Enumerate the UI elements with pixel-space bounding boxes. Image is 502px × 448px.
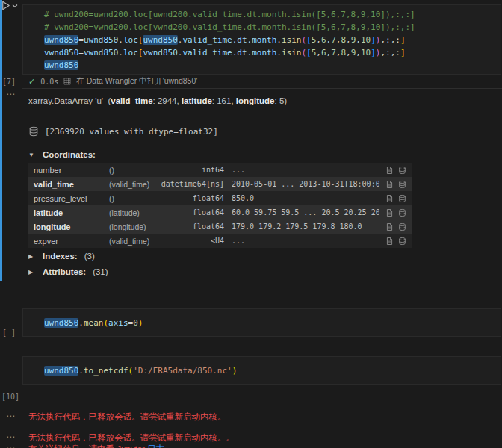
coord-actions[interactable] [379,166,412,175]
coord-actions[interactable] [379,223,412,231]
database-icon[interactable] [398,237,406,246]
table-row: longitude (longitude) float64 179.0 179.… [28,220,412,234]
database-icon[interactable] [398,166,406,175]
code-line: # uwnd200=uwnd200.loc[uwnd200.valid_time… [44,8,501,21]
coord-dtype: int64 [160,166,224,174]
coord-values: 60.0 59.75 59.5 ... 20.5 20.25 20.0 [224,208,379,217]
attributes-label: Attributes: [43,267,86,276]
coord-actions[interactable] [379,180,412,189]
table-row: expver (valid_time) <U4 ... [28,234,412,248]
error-message-2: 无法执行代码，已释放会话。请尝试重新启动内核。。 [28,432,235,444]
coordinates-label: Coordinates: [43,150,96,159]
coord-dims: (longitude) [109,223,160,231]
file-text-icon[interactable] [385,180,394,189]
coord-dtype: float64 [160,223,224,231]
xarray-values-line: [2369920 values with dtype=float32] [28,126,218,137]
coord-actions[interactable] [379,194,412,203]
table-row: number () int64 ... [28,163,412,177]
values-preview: [2369920 values with dtype=float32] [45,127,218,137]
triangle-down-icon[interactable]: ▼ [28,152,36,158]
coord-name: number [28,166,109,175]
output-overflow-icon[interactable]: ⋯ [6,433,15,441]
chevron-down-icon[interactable] [12,0,18,9]
coord-actions[interactable] [379,208,412,217]
code-cell-2[interactable]: uwnd850.mean(axis=0) [22,308,501,337]
coord-dims: (valid_time) [109,180,160,189]
cell-status-bar: ✓ 0.0s 在 Data Wrangler 中打开'uwnd850' [22,75,502,89]
database-icon[interactable] [398,194,406,203]
table-row: valid_time (valid_time) datetime64[ns] 2… [28,177,412,191]
database-icon[interactable] [398,208,406,217]
data-wrangler-icon [63,78,71,85]
coord-dtype: float64 [160,208,224,217]
execution-count-2: [ ] [2,329,16,337]
database-icon[interactable] [398,180,406,189]
code-line: # vwnd200=vwnd200.loc[vwnd200.valid_time… [44,21,501,34]
indexes-section-header: ▶ Indexes: (3) [28,252,95,261]
coord-values: 179.0 179.2 179.5 179.8 180.0 [224,223,379,231]
table-row: pressure_level () float64 850.0 [28,191,412,205]
coord-values: 850.0 [224,194,379,202]
error-message-1: 无法执行代码，已释放会话。请尝试重新启动内核。 [28,411,226,423]
execution-count-3: [10] [1,393,19,401]
triangle-right-icon[interactable]: ▶ [28,253,36,260]
file-text-icon[interactable] [385,237,394,246]
code-cell-3[interactable]: uwnd850.to_netcdf('D:/ERA5data/850.nc') [22,356,501,385]
coord-actions[interactable] [379,237,412,246]
coord-values: 2010-05-01 ... 2013-10-31T18:00:00 [224,180,379,188]
coord-name: valid_time [28,180,109,189]
jupyter-log-link[interactable]: 日志。 [147,444,173,448]
coord-dims: (valid_time) [109,237,160,246]
database-icon[interactable] [398,223,406,231]
error-message-3: 有关详细信息，请查看 Jupyter 日志。 [28,444,173,448]
run-cell-button[interactable] [0,0,18,11]
error-text: 有关详细信息，请查看 Jupyter [28,444,147,448]
code-line: uwnd850=uwnd850.loc[uwnd850.valid_time.d… [44,34,501,46]
coord-values: ... [224,166,379,174]
active-cell-indicator [0,0,2,281]
coord-name: longitude [28,223,109,231]
code-line: uwnd850 [44,59,501,72]
file-text-icon[interactable] [385,223,394,231]
coord-values: ... [224,237,379,245]
attributes-section-header: ▶ Attributes: (31) [28,267,108,276]
success-check-icon: ✓ [28,77,35,87]
code-cell-1[interactable]: # uwnd200=uwnd200.loc[uwnd200.valid_time… [22,4,501,75]
coordinates-section-header: ▼ Coordinates: [28,150,96,159]
coord-dims: () [109,194,160,203]
code-line: vwnd850=vwnd850.loc[vwnd850.valid_time.d… [44,46,501,59]
coord-dims: (latitude) [109,208,160,217]
output-overflow-icon[interactable]: ⋯ [6,90,15,98]
notebook-view: [7] ⋯ [ ] [10] ⋯ ⋯ ⋯ # uwnd200=uwnd200.l… [0,0,502,448]
coord-name: pressure_level [28,194,109,203]
file-text-icon[interactable] [385,208,394,217]
indexes-label: Indexes: [43,252,78,261]
indexes-count: (3) [84,252,95,261]
database-icon[interactable] [28,126,39,137]
file-text-icon[interactable] [385,166,394,175]
play-icon [0,0,11,11]
output-overflow-icon[interactable]: ⋯ [6,412,15,420]
coord-dtype: float64 [160,194,224,202]
code-line: uwnd850.to_netcdf('D:/ERA5data/850.nc') [44,364,501,377]
data-wrangler-link[interactable]: 在 Data Wrangler 中打开'uwnd850' [76,76,197,87]
output-overflow-icon[interactable]: ⋯ [6,444,15,448]
execution-duration: 0.0s [40,78,58,86]
execution-count-1: [7] [2,78,16,86]
coord-dtype: datetime64[ns] [160,180,224,188]
coord-dtype: <U4 [160,237,224,245]
coord-name: latitude [28,208,109,217]
code-line: uwnd850.mean(axis=0) [44,317,501,329]
triangle-right-icon[interactable]: ▶ [28,269,36,276]
xarray-header: xarray.DataArray 'u' (valid_time: 2944, … [28,96,287,105]
coord-dims: () [109,166,160,175]
table-row: latitude (latitude) float64 60.0 59.75 5… [28,205,412,220]
coordinates-table: number () int64 ... valid_time (valid_ti… [28,163,412,248]
attributes-count: (31) [93,267,108,276]
coord-name: expver [28,237,109,246]
file-text-icon[interactable] [385,194,394,203]
